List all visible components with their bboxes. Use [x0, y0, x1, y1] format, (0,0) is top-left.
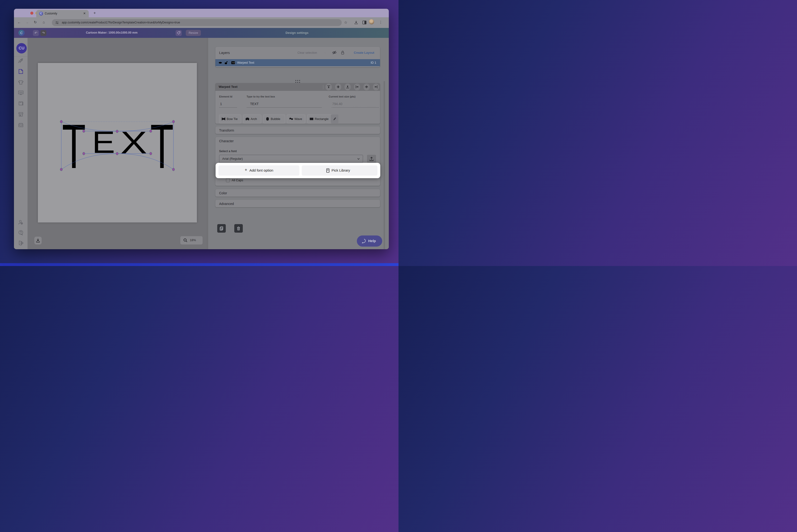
all-caps-checkbox[interactable] [226, 178, 230, 182]
side-panel-icon[interactable] [362, 20, 366, 25]
browser-tab[interactable]: C Customily ✕ [36, 10, 89, 17]
text-size-value: 794.40 [332, 102, 342, 106]
account-settings-icon[interactable] [18, 220, 24, 226]
store-icon[interactable] [18, 111, 24, 117]
layer-visibility-icon[interactable] [218, 61, 223, 65]
hide-all-icon[interactable] [332, 50, 337, 55]
customily-logo-icon: C [18, 30, 25, 36]
duplicate-element-button[interactable] [217, 224, 226, 233]
align-middle-button[interactable] [335, 83, 341, 90]
pick-library-button[interactable]: Pick Library [302, 166, 377, 176]
apparel-icon[interactable] [18, 79, 24, 86]
address-bar[interactable]: app.customily.com/createProduct1?forDesi… [52, 19, 342, 26]
type-text-value[interactable]: TEXT [250, 102, 259, 106]
tab-close-icon[interactable]: ✕ [82, 12, 87, 15]
create-layout-link[interactable]: Create Layout [354, 51, 374, 54]
advanced-title: Advanced [219, 202, 234, 206]
trash-icon [236, 226, 241, 231]
align-bottom-button[interactable] [344, 83, 351, 90]
svg-text:TXT: TXT [232, 62, 235, 64]
warped-text-card: Warped Text [215, 83, 380, 124]
home-icon[interactable]: ⌂ [41, 20, 46, 24]
back-icon[interactable]: ← [17, 20, 21, 24]
arch-icon [245, 117, 249, 121]
redo-icon[interactable]: ↷ [40, 30, 46, 36]
bookmark-star-icon[interactable]: ☆ [343, 20, 348, 25]
browser-toolbar: ← → ↻ ⌂ app.customily.com/createProduct1… [14, 17, 389, 28]
transform-section[interactable]: Transform [215, 126, 380, 134]
chevron-down-icon [357, 157, 360, 160]
site-settings-icon[interactable] [55, 21, 59, 25]
panel-scrollbar[interactable] [384, 81, 385, 249]
download-design-button[interactable] [34, 237, 42, 245]
window-close-button[interactable] [30, 12, 33, 15]
canvas-scrollbar[interactable] [207, 38, 208, 249]
lock-all-icon[interactable] [340, 50, 345, 55]
plus-icon: + [245, 168, 247, 172]
panel-drag-handle[interactable] [295, 80, 301, 83]
undo-icon[interactable]: ↶ [33, 30, 39, 36]
clear-selection-button[interactable]: Clear selection [298, 51, 317, 54]
browser-menu-icon[interactable]: ⋮ [378, 20, 383, 24]
editor-topbar: C ↶ ↷ Cartoon Maker: 1000.00x1000.00 mm … [14, 28, 389, 38]
align-right-button[interactable] [373, 83, 379, 90]
edit-shape-button[interactable] [331, 115, 338, 123]
layer-row-selected[interactable]: TXT Warped Text ID 1 [215, 59, 380, 66]
shape-arch-button[interactable]: Arch [243, 115, 261, 123]
account-badge[interactable]: CU [16, 43, 27, 54]
layer-type-text-icon: TXT [231, 61, 235, 65]
rocket-icon[interactable] [18, 58, 24, 64]
forward-icon[interactable]: → [25, 20, 29, 24]
logout-icon[interactable] [18, 240, 24, 246]
tag-icon[interactable] [176, 30, 182, 36]
help-bubble-icon[interactable] [18, 230, 24, 236]
layer-unlock-icon[interactable] [224, 61, 228, 65]
warped-text-element[interactable]: T E X T [28, 38, 208, 249]
delete-element-button[interactable] [234, 224, 243, 233]
design-canvas[interactable]: T E X T [28, 38, 208, 249]
cards-icon[interactable] [18, 100, 24, 107]
download-icon [36, 238, 40, 243]
rectangle-icon [309, 117, 314, 121]
element-id-value[interactable]: 1 [220, 102, 222, 106]
customily-app: C ↶ ↷ Cartoon Maker: 1000.00x1000.00 mm … [14, 28, 389, 249]
font-select[interactable]: Arial (Regular) [219, 155, 363, 163]
mockups-icon[interactable] [18, 90, 24, 96]
align-top-button[interactable] [326, 83, 332, 90]
downloads-icon[interactable] [354, 20, 358, 25]
pencil-icon [333, 117, 337, 121]
desktop-taskbar-strip [0, 263, 398, 266]
reload-icon[interactable]: ↻ [33, 20, 38, 24]
new-tab-button[interactable]: + [93, 11, 96, 15]
templates-icon[interactable] [18, 69, 24, 75]
wave-icon [289, 117, 293, 121]
color-section[interactable]: Color [215, 189, 380, 197]
resize-button[interactable]: Resize [186, 30, 201, 36]
select-font-label: Select a font [219, 150, 236, 153]
shape-bowtie-button[interactable]: Bow Tie [219, 115, 241, 123]
upload-icon [369, 156, 374, 161]
duplicate-icon [219, 226, 224, 231]
text-size-underline [332, 107, 379, 108]
profile-avatar[interactable] [369, 19, 374, 24]
design-settings-panel: Layers Clear selection · Create Layout [208, 38, 389, 249]
document-title: Cartoon Maker: 1000.00x1000.00 mm [86, 31, 137, 34]
warped-text-title: Warped Text [219, 85, 238, 89]
shape-bubble-button[interactable]: Bubble [263, 115, 285, 123]
zoom-control[interactable]: 18% [180, 236, 203, 245]
shape-wave-button[interactable]: Wave [287, 115, 305, 123]
character-title: Character [219, 139, 233, 143]
align-center-button[interactable] [363, 83, 369, 90]
upload-font-button[interactable] [367, 155, 376, 163]
advanced-section[interactable]: Advanced [215, 200, 380, 207]
font-options-callout: + Add font option Pick Library [215, 163, 380, 178]
warped-letter: T [150, 111, 174, 182]
shape-rectangle-button[interactable]: Rectangle [307, 115, 333, 123]
align-left-button[interactable] [354, 83, 360, 90]
add-font-option-button[interactable]: + Add font option [219, 166, 299, 176]
inbox-icon[interactable] [18, 122, 24, 128]
url-text: app.customily.com/createProduct1?forDesi… [62, 21, 180, 24]
character-section[interactable]: Character Select a font Arial (Regular) … [215, 137, 380, 186]
design-settings-title: Design settings [286, 31, 308, 35]
help-button[interactable]: Help [357, 235, 382, 247]
